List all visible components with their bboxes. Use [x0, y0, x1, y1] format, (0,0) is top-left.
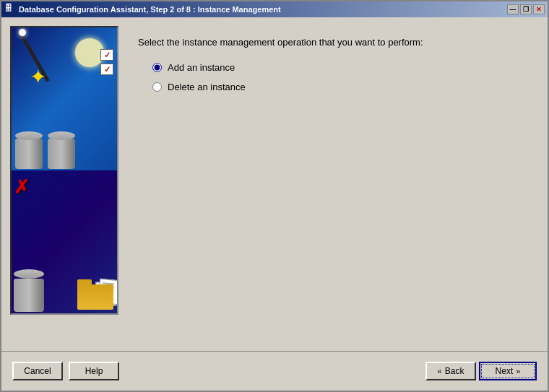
folder-tab-icon	[77, 279, 92, 284]
folder-body-icon	[77, 284, 113, 310]
titlebar-icon: 🗄	[4, 4, 16, 15]
drum-bottom-top-icon	[14, 269, 44, 279]
titlebar-title: Database Configuration Assistant, Step 2…	[19, 5, 507, 14]
illustration-panel: ✦ ✓ ✓ ✗	[10, 26, 118, 315]
titlebar: 🗄 Database Configuration Assistant, Step…	[1, 1, 548, 17]
drum-1-icon	[15, 139, 43, 169]
drum-2-icon	[48, 139, 75, 169]
back-label: Back	[445, 366, 464, 376]
delete-instance-label: Delete an instance	[168, 82, 246, 92]
titlebar-buttons: — ❐ ✕	[507, 4, 545, 14]
illustration-bottom: ✗	[12, 170, 117, 313]
add-instance-label: Add an instance	[168, 62, 235, 73]
moon-icon	[75, 38, 104, 67]
drum-2-top-icon	[48, 131, 75, 140]
restore-button[interactable]: ❐	[520, 4, 532, 14]
wand-tip-icon	[19, 29, 26, 36]
instruction-text: Select the instance management operation…	[138, 37, 528, 48]
next-label: Next	[496, 366, 514, 376]
content-area: ✦ ✓ ✓ ✗	[1, 17, 548, 351]
back-arrow-icon: «	[438, 367, 442, 375]
footer-left: Cancel Help	[12, 362, 425, 380]
footer-right: « Back Next »	[425, 362, 537, 380]
starburst-icon: ✦	[30, 67, 51, 89]
red-x-icon: ✗	[14, 178, 30, 196]
illustration-top: ✦ ✓ ✓	[12, 27, 117, 170]
delete-instance-option[interactable]: Delete an instance	[152, 82, 528, 92]
cancel-button[interactable]: Cancel	[12, 362, 63, 380]
check-area: ✓ ✓	[100, 49, 113, 75]
close-button[interactable]: ✕	[533, 4, 545, 14]
minimize-button[interactable]: —	[507, 4, 519, 14]
next-arrow-icon: »	[516, 367, 520, 375]
illustration: ✦ ✓ ✓ ✗	[12, 27, 117, 313]
right-panel: Select the instance management operation…	[127, 26, 539, 342]
check-1-icon: ✓	[100, 49, 113, 61]
folder-icon	[77, 284, 113, 310]
main-window: 🗄 Database Configuration Assistant, Step…	[0, 0, 549, 392]
drum-bottom-icon	[14, 279, 44, 312]
delete-instance-radio[interactable]	[152, 82, 162, 92]
help-button[interactable]: Help	[69, 362, 119, 380]
drum-1-top-icon	[15, 131, 43, 140]
check-2-icon: ✓	[100, 64, 113, 75]
next-button[interactable]: Next »	[479, 362, 537, 380]
add-instance-option[interactable]: Add an instance	[152, 62, 528, 73]
footer: Cancel Help « Back Next »	[1, 351, 548, 391]
add-instance-radio[interactable]	[152, 63, 162, 72]
back-button[interactable]: « Back	[425, 362, 476, 380]
radio-group: Add an instance Delete an instance	[138, 62, 528, 92]
